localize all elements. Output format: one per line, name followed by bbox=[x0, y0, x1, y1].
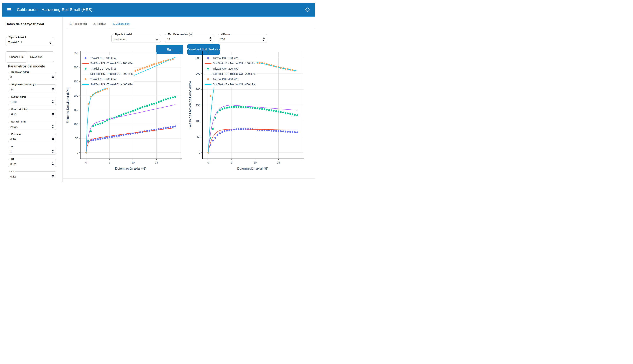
spinner-up-button[interactable] bbox=[52, 112, 54, 114]
spinner-down-button[interactable] bbox=[52, 152, 54, 153]
param-label: E50 ref (kPa) bbox=[10, 96, 27, 98]
spinner-down-button[interactable] bbox=[52, 102, 54, 103]
legend-item[interactable]: Soil Test HS - Triaxial CU - 100 kPa bbox=[204, 61, 255, 66]
param-field-8[interactable]: Rf0.82 bbox=[8, 158, 56, 167]
svg-text:50: 50 bbox=[197, 135, 200, 138]
spinner-up-button[interactable] bbox=[52, 75, 54, 76]
legend-line-icon bbox=[81, 74, 90, 74]
legend-item[interactable]: Soil Test HS - Triaxial CU - 200 kPa bbox=[204, 71, 255, 77]
legend-label: Soil Test HS - Triaxial CU - 400 kPa bbox=[90, 83, 133, 86]
legend-label: Soil Test HS - Triaxial CU - 100 kPa bbox=[90, 62, 133, 65]
param-value: 1310 bbox=[10, 100, 16, 104]
tab-calibracion[interactable]: 3. Calibración bbox=[112, 22, 130, 25]
tabs-underline-active bbox=[109, 28, 133, 28]
param-field-2[interactable]: Ángulo de fricción (°)34 bbox=[8, 84, 56, 92]
spinner-up-button[interactable] bbox=[52, 88, 54, 89]
file-upload-field[interactable]: Choose File TxCU.xlsx bbox=[6, 51, 54, 62]
param-field-3[interactable]: E50 ref (kPa)1310 bbox=[8, 96, 56, 105]
param-label: Cohesion (kPa) bbox=[10, 71, 30, 74]
steps-input[interactable]: # Pasos 200 bbox=[218, 33, 267, 43]
spinner-down-button[interactable] bbox=[52, 139, 54, 141]
status-circle-icon bbox=[305, 7, 310, 12]
svg-text:100: 100 bbox=[196, 120, 200, 122]
menu-hamburger-icon[interactable] bbox=[7, 8, 11, 12]
spinner-up-button[interactable] bbox=[52, 100, 54, 101]
svg-text:300: 300 bbox=[196, 56, 200, 60]
svg-text:15: 15 bbox=[155, 161, 158, 164]
uploaded-filename: TxCU.xlsx bbox=[30, 55, 42, 58]
legend-item[interactable]: Soil Test HS - Triaxial CU - 100 kPa bbox=[81, 61, 133, 66]
param-field-7[interactable]: m1 bbox=[8, 146, 56, 155]
triaxial-type-select[interactable]: Tipo de triaxial Triaxial CU bbox=[6, 36, 54, 46]
sidebar-main-divider[interactable] bbox=[62, 17, 63, 182]
legend-dot-icon bbox=[204, 57, 213, 59]
spinner-down-button[interactable] bbox=[52, 114, 54, 116]
horizontal-scrollbar[interactable] bbox=[63, 178, 315, 179]
legend-label: Soil Test HS - Triaxial CU - 200 kPa bbox=[90, 72, 133, 75]
tab-rigidez[interactable]: 2. Rigidez bbox=[93, 22, 106, 25]
param-field-4[interactable]: Eoed ref (kPa)3912 bbox=[8, 108, 56, 118]
param-field-1[interactable]: Cohesion (kPa)0 bbox=[8, 71, 56, 80]
param-value: 3912 bbox=[10, 113, 16, 116]
spinner-down-button[interactable] bbox=[52, 164, 54, 166]
spinner-down-button[interactable] bbox=[52, 127, 54, 128]
x-axis-title: Deformación axial (%) bbox=[115, 167, 146, 170]
spinner-up-button[interactable] bbox=[52, 162, 54, 163]
legend-item[interactable]: Soil Test HS - Triaxial CU - 400 kPa bbox=[81, 82, 133, 87]
legend-dot-icon bbox=[81, 78, 90, 80]
svg-text:10: 10 bbox=[132, 161, 134, 164]
app-header: Calibración - Hardening Soil Small (HSS) bbox=[2, 3, 315, 17]
sidebar-section-params-title: Parámetros del modelo bbox=[8, 64, 45, 68]
legend-item[interactable]: Triaxial CU - 100 kPa bbox=[204, 56, 255, 61]
legend-item[interactable]: Soil Test HS - Triaxial CU - 200 kPa bbox=[81, 71, 133, 77]
legend-item[interactable]: Triaxial CU - 100 kPa bbox=[81, 56, 133, 61]
caret-down-icon[interactable] bbox=[156, 40, 158, 41]
svg-text:5: 5 bbox=[231, 161, 232, 164]
param-field-9[interactable]: k00.82 bbox=[8, 170, 56, 180]
legend-line-icon bbox=[204, 74, 213, 74]
svg-text:150: 150 bbox=[196, 104, 200, 107]
legend-line-icon bbox=[204, 63, 213, 64]
legend-item[interactable]: Triaxial CU - 200 kPa bbox=[81, 66, 133, 71]
legend-label: Triaxial CU - 400 kPa bbox=[213, 78, 238, 81]
param-label: Ángulo de fricción (°) bbox=[10, 84, 36, 86]
spinner-up-button[interactable] bbox=[52, 137, 54, 138]
spinner-down-button[interactable] bbox=[52, 176, 54, 178]
param-field-5[interactable]: Eur ref (kPa)25900 bbox=[8, 120, 56, 130]
spinner-up-button[interactable] bbox=[52, 150, 54, 151]
svg-text:250: 250 bbox=[196, 72, 200, 75]
spinner-up-button[interactable] bbox=[210, 37, 212, 38]
tab-resistencia[interactable]: 1. Resistencia bbox=[70, 22, 87, 25]
triaxial-type-value: Triaxial CU bbox=[8, 41, 22, 44]
legend-dot-icon bbox=[81, 68, 90, 70]
svg-text:0: 0 bbox=[208, 161, 209, 164]
legend-line-icon bbox=[81, 84, 90, 85]
caret-down-icon[interactable] bbox=[49, 42, 52, 44]
legend-item[interactable]: Triaxial CU - 400 kPa bbox=[204, 76, 255, 82]
legend-item[interactable]: Soil Test HS - Triaxial CU - 400 kPa bbox=[204, 82, 255, 87]
max-deformation-input[interactable]: Max.Deformación (%) 19 bbox=[165, 33, 214, 43]
y-axis-title: Exceso de Presión de Poros (kPa) bbox=[188, 81, 192, 130]
calibration-triaxial-type-value: undrained bbox=[114, 38, 126, 41]
param-value: 0.82 bbox=[10, 162, 16, 166]
spinner-down-button[interactable] bbox=[263, 40, 265, 41]
calibration-triaxial-type-select[interactable]: Tipo de triaxial undrained bbox=[112, 33, 161, 43]
svg-text:350: 350 bbox=[74, 52, 78, 55]
left-chart-legend: Triaxial CU - 100 kPaSoil Test HS - Tria… bbox=[81, 55, 134, 88]
legend-item[interactable]: Triaxial CU - 200 kPa bbox=[204, 66, 255, 71]
spinner-down-button[interactable] bbox=[210, 40, 212, 41]
spinner-up-button[interactable] bbox=[52, 174, 54, 176]
spinner-down-button[interactable] bbox=[52, 90, 54, 91]
legend-dot-icon bbox=[81, 57, 90, 59]
legend-item[interactable]: Triaxial CU - 400 kPa bbox=[81, 76, 133, 82]
spinner-up-button[interactable] bbox=[263, 37, 265, 38]
legend-label: Soil Test HS - Triaxial CU - 400 kPa bbox=[213, 83, 255, 86]
spinner-down-button[interactable] bbox=[52, 77, 54, 78]
legend-line-icon bbox=[204, 84, 213, 85]
choose-file-button[interactable]: Choose File bbox=[6, 51, 28, 62]
param-value: 25900 bbox=[10, 125, 18, 128]
spinner-up-button[interactable] bbox=[52, 125, 54, 126]
svg-text:5: 5 bbox=[109, 161, 110, 164]
page-title: Calibración - Hardening Soil Small (HSS) bbox=[17, 7, 92, 12]
param-field-6[interactable]: Poisson0.18 bbox=[8, 133, 56, 142]
